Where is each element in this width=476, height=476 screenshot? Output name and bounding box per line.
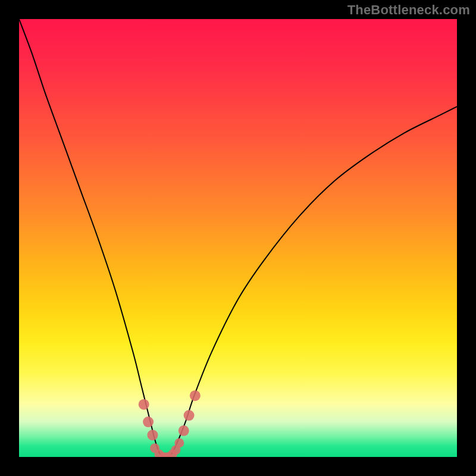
chart-svg bbox=[19, 19, 457, 457]
chart-plot-area bbox=[19, 19, 457, 457]
marker-dot bbox=[147, 430, 158, 440]
marker-dot bbox=[178, 425, 189, 436]
marker-dot bbox=[190, 390, 201, 401]
marker-dot bbox=[143, 416, 154, 427]
marker-dot bbox=[174, 438, 184, 447]
main-curve bbox=[19, 19, 457, 457]
watermark-text: TheBottleneck.com bbox=[347, 2, 470, 18]
curve-markers bbox=[139, 390, 201, 457]
marker-dot bbox=[139, 399, 149, 410]
chart-frame: TheBottleneck.com bbox=[0, 0, 476, 476]
marker-dot bbox=[184, 410, 195, 421]
